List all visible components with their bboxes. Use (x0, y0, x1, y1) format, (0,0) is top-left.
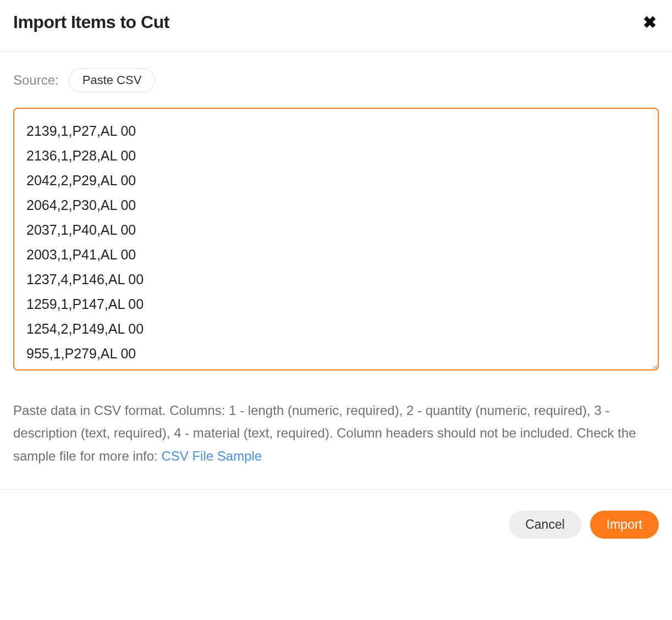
help-text: Paste data in CSV format. Columns: 1 - l… (13, 399, 659, 467)
cancel-button[interactable]: Cancel (509, 511, 581, 539)
modal-header: Import Items to Cut ✖ (0, 0, 672, 52)
csv-input[interactable] (13, 108, 659, 370)
source-select[interactable]: Paste CSV (69, 68, 156, 92)
close-icon[interactable]: ✖ (641, 14, 659, 31)
import-button[interactable]: Import (590, 511, 659, 539)
source-label: Source: (13, 73, 59, 88)
import-items-modal: Import Items to Cut ✖ Source: Paste CSV … (0, 0, 672, 577)
modal-body: Source: Paste CSV Paste data in CSV form… (0, 52, 672, 489)
csv-sample-link[interactable]: CSV File Sample (161, 449, 262, 463)
help-text-body: Paste data in CSV format. Columns: 1 - l… (13, 403, 636, 463)
modal-title: Import Items to Cut (13, 12, 169, 32)
modal-footer: Cancel Import (0, 489, 672, 577)
source-row: Source: Paste CSV (13, 68, 659, 92)
